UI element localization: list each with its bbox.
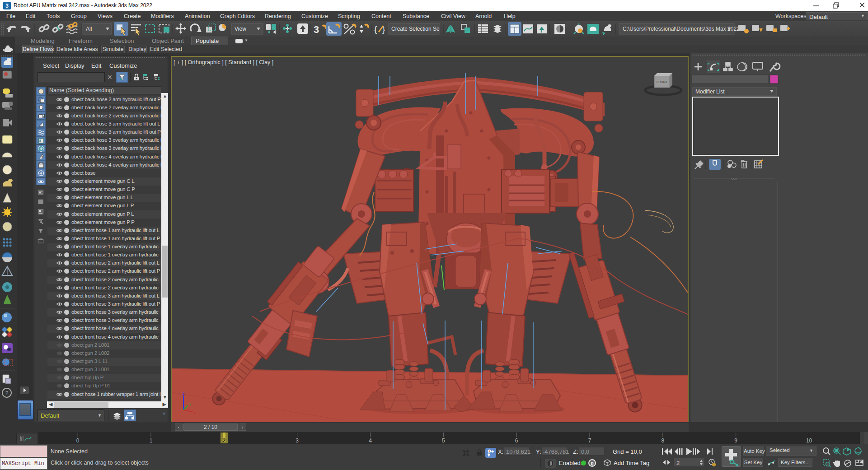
svg-text:Modifier List: Modifier List <box>695 88 725 95</box>
svg-text:0: 0 <box>76 437 80 444</box>
svg-text:3: 3 <box>5 3 9 9</box>
svg-text:Z: Z <box>182 391 185 396</box>
svg-text:FRONT: FRONT <box>657 80 668 84</box>
svg-text:{: { <box>374 24 377 34</box>
svg-text:Y: Y <box>189 402 192 406</box>
svg-text:All: All <box>86 26 92 32</box>
svg-text:7: 7 <box>588 437 591 444</box>
svg-text:4: 4 <box>369 437 372 444</box>
svg-text:1: 1 <box>150 437 153 444</box>
svg-text:C:\Users\Professional\Document: C:\Users\Professional\Documents\3ds Max … <box>623 26 740 32</box>
svg-text:View: View <box>235 26 246 32</box>
svg-text:?: ? <box>5 390 9 396</box>
svg-text:9: 9 <box>734 437 737 444</box>
svg-text:6: 6 <box>515 437 518 444</box>
svg-text:8: 8 <box>662 437 665 444</box>
svg-text:3: 3 <box>314 24 319 35</box>
svg-text:3: 3 <box>296 437 299 444</box>
svg-text:5: 5 <box>442 437 445 444</box>
svg-text:2: 2 <box>223 437 226 444</box>
svg-text:X: X <box>193 411 196 415</box>
svg-text:10: 10 <box>806 437 812 444</box>
svg-text:Create Selection Se: Create Selection Se <box>391 26 440 32</box>
